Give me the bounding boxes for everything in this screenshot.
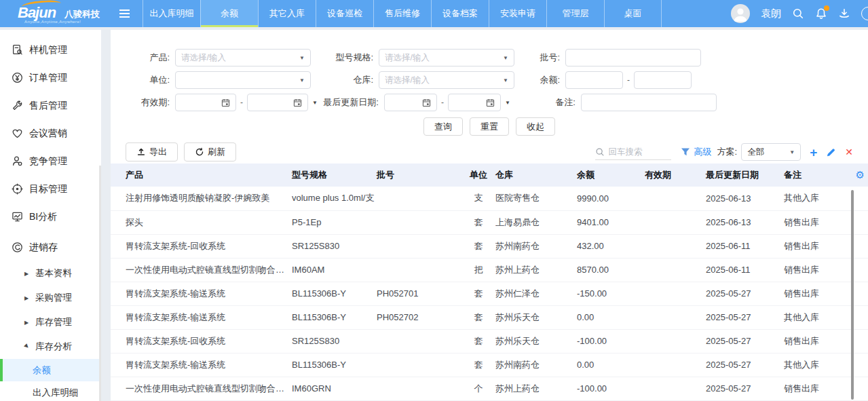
sidebar-group-stock-analysis[interactable]: ▶ 库存分析 bbox=[0, 335, 101, 359]
updated-from-date[interactable] bbox=[384, 94, 437, 111]
col-balance[interactable]: 余额 bbox=[577, 164, 645, 187]
query-button[interactable]: 查询 bbox=[423, 117, 463, 136]
col-batch[interactable]: 批号 bbox=[377, 164, 461, 187]
cell-remark: 销售出库 bbox=[784, 234, 868, 258]
refresh-button-label: 刷新 bbox=[208, 146, 225, 158]
search-icon[interactable] bbox=[792, 7, 804, 20]
advanced-link[interactable]: 高级 bbox=[694, 146, 712, 158]
chevron-down-icon[interactable]: ▼ bbox=[312, 100, 318, 106]
model-select[interactable]: 请选择/输入 ▼ bbox=[379, 49, 514, 66]
search-input[interactable] bbox=[609, 147, 664, 157]
expiry-from-date[interactable] bbox=[175, 94, 236, 111]
tab-desktop[interactable]: 桌面 bbox=[604, 0, 662, 27]
sidebar-item-label: 竞争管理 bbox=[29, 155, 67, 168]
warehouse-select[interactable]: 请选择/输入 ▼ bbox=[379, 71, 514, 89]
sidebar-item-aftersales-mgmt[interactable]: 售后管理 bbox=[0, 92, 101, 119]
delete-scheme-button[interactable]: ✕ bbox=[845, 147, 853, 157]
unit-select[interactable]: ▼ bbox=[175, 71, 311, 89]
sidebar-group-basic-data[interactable]: ▶ 基本资料 bbox=[0, 261, 101, 286]
filter-funnel-icon[interactable] bbox=[681, 147, 690, 157]
table-row[interactable]: 一次性使用电动式腔镜直线型切割吻合器及...IM60AM把苏州上药仓8570.0… bbox=[111, 258, 868, 282]
table-row[interactable]: 注射用修饰透明质酸钠凝胶-伊婉致美volume plus 1.0ml/支支医院寄… bbox=[111, 187, 868, 210]
sidebar-item-order-mgmt[interactable]: 订单管理 bbox=[0, 64, 101, 92]
sidebar-leaf-outbound-detail[interactable]: 出入库明细 bbox=[0, 381, 101, 401]
updated-to-date[interactable] bbox=[448, 94, 501, 111]
balance-table: 产品 型号规格 批号 单位 仓库 余额 有效期 最后更新日期 备注 注射用修饰透… bbox=[111, 164, 868, 401]
tab-aftersales-repair[interactable]: 售后维修 bbox=[373, 0, 431, 27]
tab-device-archive[interactable]: 设备档案 bbox=[431, 0, 489, 27]
reset-button[interactable]: 重置 bbox=[470, 117, 509, 136]
bell-icon[interactable] bbox=[815, 7, 827, 20]
expiry-to-date[interactable] bbox=[247, 94, 308, 111]
col-warehouse[interactable]: 仓库 bbox=[495, 164, 577, 187]
balance-to-input[interactable] bbox=[634, 71, 692, 89]
triangle-collapsed-icon: ▶ bbox=[24, 295, 31, 301]
table-row[interactable]: 胃转流支架系统-回收系统SR125S830套苏州南药仓432.002025-06… bbox=[111, 234, 868, 258]
cell-model: IM60GRN bbox=[292, 377, 377, 400]
cell-updated: 2025-05-27 bbox=[706, 305, 784, 329]
table-row[interactable]: 探头P5-1Ep套上海易鼎仓9401.002025-06-13销售出库 bbox=[111, 210, 868, 234]
scheme-select[interactable]: 全部 ▼ bbox=[741, 143, 801, 161]
tab-other-inbound[interactable]: 其它入库 bbox=[258, 0, 316, 27]
edit-scheme-button[interactable] bbox=[826, 147, 836, 157]
monitor-chart-icon bbox=[12, 211, 23, 223]
table-row[interactable]: 胃转流支架系统-输送系统BL115306B-Y套苏州南药仓0.002025-05… bbox=[111, 353, 868, 377]
sidebar-item-meeting-marketing[interactable]: 会议营销 bbox=[0, 119, 101, 147]
download-icon[interactable] bbox=[838, 7, 850, 20]
balance-from-input[interactable] bbox=[565, 71, 623, 89]
user-avatar[interactable] bbox=[731, 4, 750, 23]
cell-unit: 套 bbox=[461, 305, 495, 329]
sidebar-group-stock-mgmt[interactable]: ▶ 库存管理 bbox=[0, 310, 101, 335]
sidebar-item-bi-analysis[interactable]: BI分析 bbox=[0, 203, 101, 231]
refresh-button[interactable]: 刷新 bbox=[184, 142, 236, 161]
table-row[interactable]: 胃转流支架系统-输送系统BL115306B-YPH052702套苏州乐天仓0.0… bbox=[111, 305, 868, 329]
quick-search[interactable] bbox=[595, 144, 671, 160]
cell-product: 胃转流支架系统-输送系统 bbox=[111, 353, 292, 377]
add-scheme-button[interactable]: + bbox=[810, 146, 817, 159]
sidebar-item-inventory[interactable]: 进销存 bbox=[0, 233, 101, 261]
export-button[interactable]: 导出 bbox=[126, 142, 178, 161]
cell-batch: PH052702 bbox=[377, 305, 461, 329]
filter-label-product: 产品: bbox=[111, 52, 175, 64]
tab-management[interactable]: 管理层 bbox=[546, 0, 604, 27]
batch-input[interactable] bbox=[565, 49, 701, 66]
tab-device-inspection[interactable]: 设备巡检 bbox=[316, 0, 373, 27]
sidebar-group-purchase-mgmt[interactable]: ▶ 采购管理 bbox=[0, 286, 101, 310]
remark-input[interactable] bbox=[581, 94, 717, 111]
tab-outbound-detail[interactable]: 出入库明细 bbox=[143, 0, 200, 27]
help-icon[interactable] bbox=[861, 7, 868, 20]
col-expiry[interactable]: 有效期 bbox=[645, 164, 706, 187]
sidebar-item-prototype-mgmt[interactable]: 样机管理 bbox=[0, 36, 101, 64]
table-row[interactable]: 一次性使用电动式腔镜直线型切割吻合器及...IM60GRN个苏州上药仓-100.… bbox=[111, 377, 868, 400]
product-select-placeholder: 请选择/输入 bbox=[181, 52, 226, 64]
table-row[interactable]: 胃转流支架系统-回收系统SR125S830套苏州乐天仓-100.002025-0… bbox=[111, 329, 868, 353]
filter-label-warehouse: 仓库: bbox=[311, 74, 379, 86]
column-settings-gear-icon[interactable]: ⚙ bbox=[856, 169, 865, 181]
menu-toggle-icon[interactable] bbox=[114, 0, 134, 27]
collapse-button[interactable]: 收起 bbox=[516, 117, 555, 136]
sidebar-leaf-balance[interactable]: 余额 bbox=[0, 359, 101, 381]
sidebar-item-target-mgmt[interactable]: 目标管理 bbox=[0, 175, 101, 203]
cell-product: 一次性使用电动式腔镜直线型切割吻合器及... bbox=[111, 377, 292, 400]
tab-balance[interactable]: 余额 bbox=[200, 0, 258, 27]
table-scrollbar[interactable] bbox=[851, 190, 854, 400]
col-updated[interactable]: 最后更新日期 bbox=[706, 164, 784, 187]
user-name[interactable]: 袁朗 bbox=[761, 7, 781, 20]
chevron-down-icon: ▼ bbox=[299, 55, 305, 61]
col-product[interactable]: 产品 bbox=[111, 164, 292, 187]
tab-install-request[interactable]: 安装申请 bbox=[489, 0, 546, 27]
topbar-user-area: 袁朗 bbox=[731, 0, 868, 27]
sidebar-scrollbar[interactable] bbox=[99, 166, 101, 401]
app-logo[interactable]: Bajun 八骏科技 Anyone,Anytime,Anywhere! bbox=[0, 0, 114, 27]
cell-batch: PH052701 bbox=[377, 282, 461, 305]
product-select[interactable]: 请选择/输入 ▼ bbox=[175, 49, 311, 66]
filter-label-expiry: 有效期: bbox=[111, 96, 175, 109]
col-unit[interactable]: 单位 bbox=[461, 164, 495, 187]
sidebar-item-competition-mgmt[interactable]: 竞争管理 bbox=[0, 147, 101, 175]
table-row[interactable]: 胃转流支架系统-输送系统BL115306B-YPH052701套苏州仁泽仓-15… bbox=[111, 282, 868, 305]
sidebar-group-label: 库存管理 bbox=[35, 316, 72, 328]
chevron-down-icon[interactable]: ▼ bbox=[505, 100, 510, 106]
cell-unit: 套 bbox=[461, 210, 495, 234]
col-model[interactable]: 型号规格 bbox=[292, 164, 377, 187]
sidebar-item-label: 目标管理 bbox=[29, 183, 67, 195]
